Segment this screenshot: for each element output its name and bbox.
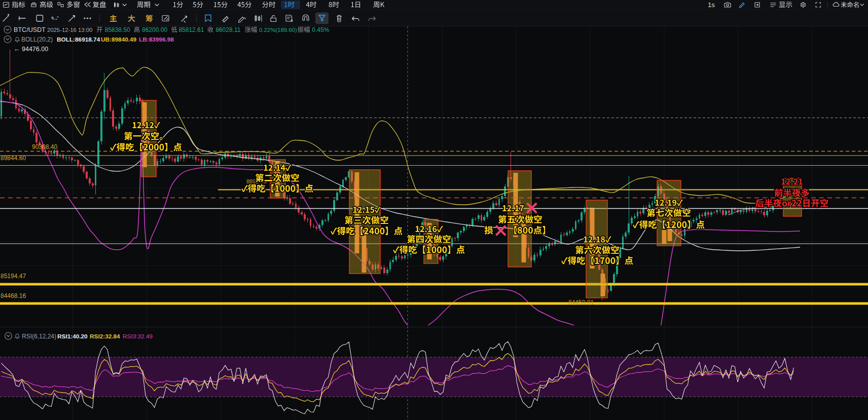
svg-text:85838.50: 85838.50 — [105, 26, 130, 33]
svg-text:BTC/USDT: BTC/USDT — [14, 26, 46, 33]
svg-text:85194.47: 85194.47 — [1, 273, 26, 280]
svg-text:0.22%(189.60): 0.22%(189.60) — [259, 27, 297, 33]
svg-text:86028.11: 86028.11 — [215, 26, 240, 33]
svg-text:2025-12-16 13:00: 2025-12-16 13:00 — [47, 27, 92, 33]
svg-text:90308.40: 90308.40 — [32, 143, 57, 150]
svg-text:BOLL(20,2): BOLL(20,2) — [21, 36, 53, 43]
svg-text:1s: 1s — [708, 1, 715, 9]
svg-text:89844.60: 89844.60 — [1, 155, 26, 162]
svg-text:0.45%: 0.45% — [312, 26, 329, 33]
svg-text:RSI2:32.84: RSI2:32.84 — [90, 333, 120, 340]
svg-text:RSI1:40.20: RSI1:40.20 — [57, 333, 88, 340]
svg-text:84450.01: 84450.01 — [568, 299, 594, 306]
svg-text:85812.61: 85812.61 — [178, 26, 204, 33]
svg-text:BOLL:86918.74: BOLL:86918.74 — [57, 36, 100, 43]
svg-text:RSI(6,12,24): RSI(6,12,24) — [22, 333, 56, 340]
svg-text:84468.16: 84468.16 — [1, 292, 26, 299]
svg-text:86200.00: 86200.00 — [142, 26, 167, 33]
svg-text:← 94476.00: ← 94476.00 — [14, 46, 48, 53]
svg-text:RSI3:32.49: RSI3:32.49 — [123, 333, 153, 340]
svg-text:UB:89840.49: UB:89840.49 — [101, 36, 137, 43]
svg-text:LB:83996.98: LB:83996.98 — [139, 36, 174, 43]
